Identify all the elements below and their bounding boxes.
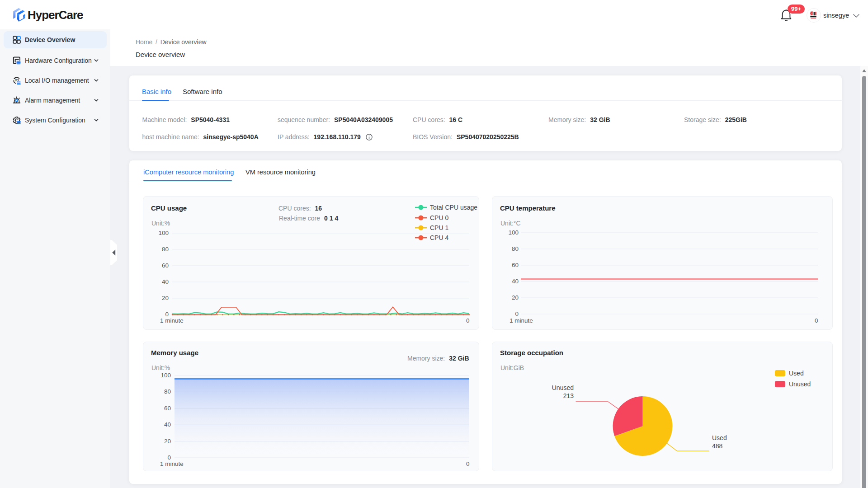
svg-text:I/O: I/O xyxy=(15,79,19,82)
